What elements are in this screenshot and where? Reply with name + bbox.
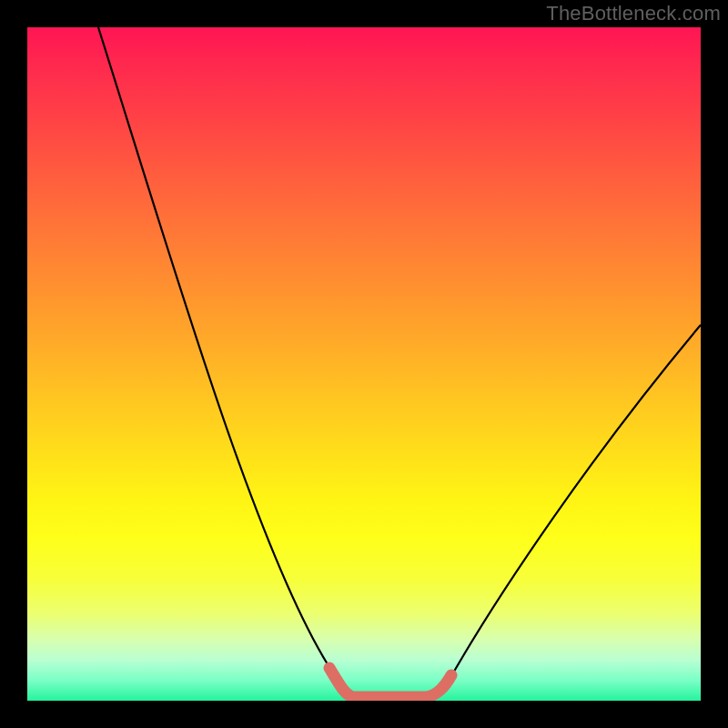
plot-area (27, 27, 701, 701)
curve-svg (27, 27, 701, 701)
bottleneck-curve (98, 27, 701, 697)
watermark-text: TheBottleneck.com (546, 2, 721, 25)
chart-stage: TheBottleneck.com (0, 0, 728, 728)
highlight-segment (329, 668, 451, 697)
